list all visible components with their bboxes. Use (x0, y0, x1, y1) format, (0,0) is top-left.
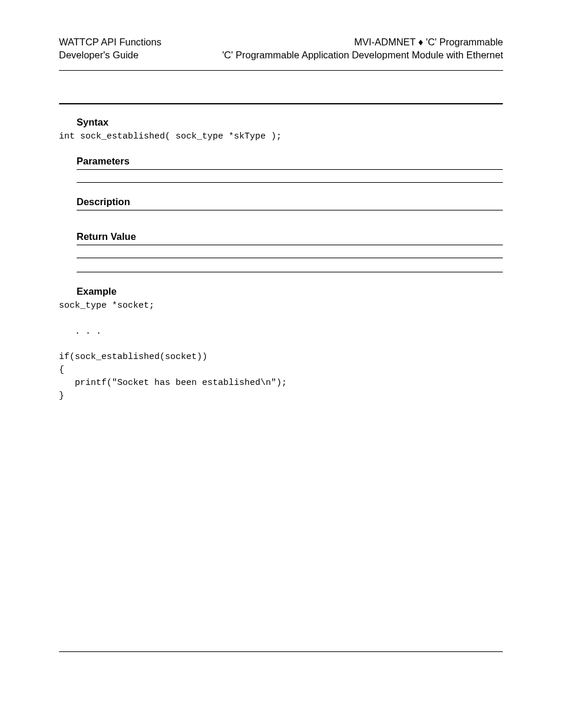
return-value-rule-mid (77, 258, 503, 259)
header-left-line2: Developer's Guide (59, 48, 161, 61)
header-right: MVI-ADMNET ♦ 'C' Programmable 'C' Progra… (222, 35, 503, 62)
syntax-heading: Syntax (77, 117, 503, 128)
header-right-line2: 'C' Programmable Application Development… (222, 48, 503, 61)
example-heading: Example (77, 286, 503, 297)
top-rule (59, 103, 503, 105)
header-left: WATTCP API Functions Developer's Guide (59, 35, 161, 62)
description-heading: Description (77, 196, 503, 207)
header-right-line1: MVI-ADMNET ♦ 'C' Programmable (222, 35, 503, 48)
footer-rule (59, 651, 503, 653)
return-value-rule-bottom (77, 272, 503, 273)
parameters-rule-bottom (77, 182, 503, 183)
example-code: sock_type *socket; . . . if(sock_establi… (59, 299, 503, 402)
parameters-rule-top (77, 169, 503, 170)
syntax-code: int sock_established( sock_type *skType … (59, 130, 503, 143)
content-area: Syntax int sock_established( sock_type *… (59, 103, 503, 403)
page-header: WATTCP API Functions Developer's Guide M… (59, 35, 503, 71)
return-value-rule-top (77, 245, 503, 246)
header-left-line1: WATTCP API Functions (59, 35, 161, 48)
parameters-heading: Parameters (77, 156, 503, 167)
page-container: WATTCP API Functions Developer's Guide M… (0, 0, 562, 402)
return-value-heading: Return Value (77, 231, 503, 242)
description-rule (77, 210, 503, 211)
